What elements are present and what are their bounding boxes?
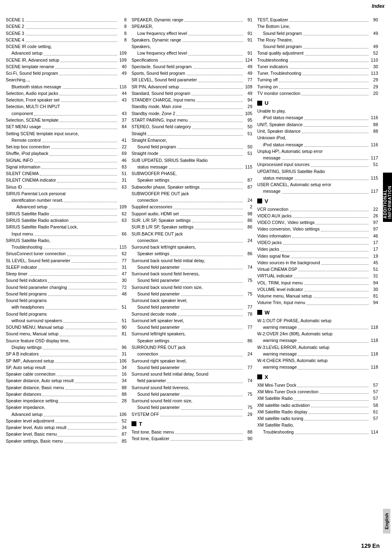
entry-page-num: 49 bbox=[370, 30, 378, 37]
list-item: Volume menu, Manual setup81 bbox=[257, 293, 378, 299]
entry-page-num: 62 bbox=[118, 210, 127, 217]
entry-label: VIDEO jacks bbox=[257, 239, 282, 246]
list-item: Tonal quality adjustment52 bbox=[257, 50, 378, 56]
entry-label: Source feature OSD display time, bbox=[6, 337, 70, 344]
list-item: W-2:OVER 24m (80ft), Automatic setup bbox=[257, 330, 378, 337]
section-square-icon bbox=[131, 421, 136, 426]
list-item: Surround decode mode78 bbox=[131, 311, 252, 317]
entry-sub-label: Sound field program bbox=[257, 43, 302, 50]
entry-label: SL LEVEL, Sound field parameter bbox=[6, 257, 70, 264]
list-item: Speakers, Dynamic range91 bbox=[131, 37, 252, 43]
list-item: TEST, Equalizer90 bbox=[257, 16, 378, 23]
section-label: X bbox=[265, 374, 268, 380]
entry-label: Selection, MULTI CH INPUT bbox=[6, 103, 60, 110]
entry-label: Speaker distances bbox=[6, 391, 41, 397]
entry-page-num: 30 bbox=[118, 277, 127, 284]
entry-label: Shuffle, iPod playback bbox=[6, 150, 48, 157]
entry-sub-label: message bbox=[257, 188, 281, 194]
list-item: Subwoofer phase, Speaker settings87 bbox=[131, 184, 252, 190]
entry-page-num: 57 bbox=[370, 395, 378, 402]
list-item: Searching..., bbox=[6, 76, 127, 83]
list-item: warning message118 bbox=[257, 337, 378, 344]
entry-page-num: 16 bbox=[118, 371, 127, 377]
list-item: SP IMP., Advanced setup106 bbox=[6, 358, 127, 364]
list-item: SIRIUS Parental Lock personal bbox=[6, 190, 127, 197]
list-item: SUBWOOFER PHASE, bbox=[131, 170, 252, 177]
entry-page-num: 29 bbox=[370, 76, 378, 83]
entry-page-num: 91 bbox=[244, 30, 252, 37]
entry-page-num: 51 bbox=[370, 161, 378, 168]
entry-label: Speaker distance, Auto setup result bbox=[6, 377, 74, 384]
list-item: XM Satellite Radio display61 bbox=[257, 409, 378, 415]
entry-page-num: 110 bbox=[370, 57, 378, 63]
entry-label: Selection, Audio input jacks bbox=[6, 90, 58, 97]
list-item: warning message118 bbox=[257, 324, 378, 330]
list-item: VOL. TRIM, Input menu94 bbox=[257, 279, 378, 286]
list-item: SR LEVEL, Sound field parameter77 bbox=[131, 76, 252, 83]
list-item: Test tone, Equalizer90 bbox=[131, 435, 252, 442]
entry-sub-label: Troubleshooting bbox=[6, 244, 42, 250]
entry-page-num: 75 bbox=[244, 277, 252, 284]
entry-label: W-1:OUT OF PHASE, Automatic setup bbox=[257, 317, 332, 324]
list-item: Speaker level adjustment52 bbox=[6, 418, 127, 424]
list-item: VIDEO AUX jacks26 bbox=[257, 212, 378, 219]
entry-page-num: 81 bbox=[370, 293, 378, 299]
list-item: Speaker settings86 bbox=[131, 250, 252, 257]
list-item: Support audio, HDMI set98 bbox=[131, 210, 252, 217]
list-item: Specifications124 bbox=[131, 57, 252, 63]
entry-label: Straight mode bbox=[131, 150, 158, 157]
entry-page-num: 24 bbox=[244, 237, 252, 244]
list-item: status message115 bbox=[257, 175, 378, 181]
entry-page-num: 29 bbox=[370, 83, 378, 90]
section-square-icon bbox=[257, 101, 262, 106]
entry-label: UNIT, Speaker distance bbox=[257, 121, 302, 128]
list-item: Sound field parameter75 bbox=[131, 277, 252, 284]
entry-label: Straight bbox=[131, 130, 146, 137]
entry-page-num: 52 bbox=[370, 50, 378, 56]
list-item: SIRIUS Satellite Radio62 bbox=[6, 210, 127, 217]
entry-page-num: 87 bbox=[244, 177, 252, 183]
entry-sub-label: Advanced setup bbox=[6, 50, 42, 56]
list-item: Sound field program50 bbox=[131, 143, 252, 150]
entry-sub-label: iPod status message bbox=[257, 141, 303, 148]
list-item: SUB UPDATED, SIRIUS Satellite Radio bbox=[131, 157, 252, 164]
entry-page-num: 75 bbox=[244, 404, 252, 411]
section-square-icon bbox=[257, 199, 262, 203]
entry-label: SUB UPDATED, SIRIUS Satellite Radio bbox=[131, 157, 208, 164]
list-item: SiriusConnect tuner connection62 bbox=[6, 250, 127, 257]
entry-sub-label: Advanced setup bbox=[6, 411, 42, 418]
entry-page-num: 86 bbox=[244, 337, 252, 344]
list-item: Unprocessed input sources51 bbox=[257, 161, 378, 168]
list-item: Unknown iPod, bbox=[257, 134, 378, 141]
entry-page-num: 49 bbox=[244, 63, 252, 70]
entry-page-num: 2 bbox=[244, 203, 252, 210]
entry-sub-label: Sound field parameter bbox=[131, 391, 180, 397]
entry-label: Standby mode, Zone 2 bbox=[131, 110, 175, 117]
entry-label: SP, Auto setup result bbox=[6, 364, 46, 371]
entry-page-num: 51 bbox=[118, 317, 127, 324]
entry-page-num: 8 bbox=[118, 37, 127, 43]
list-item: Speaker settings87 bbox=[131, 177, 252, 183]
index-col1: SCENE 18SCENE 28SCENE 38SCENE 48SCENE IR… bbox=[6, 16, 129, 444]
entry-page-num: 88 bbox=[118, 384, 127, 391]
list-item: iPod status message116 bbox=[257, 114, 378, 121]
list-item: SIRIUS Satellite Radio, bbox=[6, 237, 127, 244]
entry-label: Surround sound field room size, bbox=[131, 397, 192, 404]
entry-page-num: 90 bbox=[370, 16, 378, 23]
entry-page-num: 28 bbox=[118, 397, 127, 404]
list-item: Sound field indicators30 bbox=[6, 277, 127, 284]
entry-label: TV monitor connection bbox=[257, 90, 300, 97]
entry-label: Volume Trim, Input menu bbox=[257, 299, 305, 306]
list-item: SPEAKER, Dynamic range91 bbox=[131, 16, 252, 23]
list-item: SIRIUS Satellite Radio Parental Lock, bbox=[6, 224, 127, 230]
entry-page-num: 85 bbox=[118, 438, 127, 444]
entry-page-num: 74 bbox=[244, 264, 252, 270]
list-item: SUR.B L/R SP, Speaker settings86 bbox=[131, 224, 252, 230]
list-item: Unit, Speaker distance88 bbox=[257, 128, 378, 134]
entry-label: Surround back left/right speakers, bbox=[131, 244, 196, 250]
entry-sub-label: status message bbox=[131, 164, 168, 170]
list-item: XM Satellite Radio, bbox=[257, 422, 378, 428]
entry-page-num: 94 bbox=[244, 97, 252, 103]
entry-page-num: 8 bbox=[118, 30, 127, 37]
entry-label: XM Mini-Tuner Dock connection bbox=[257, 388, 318, 395]
